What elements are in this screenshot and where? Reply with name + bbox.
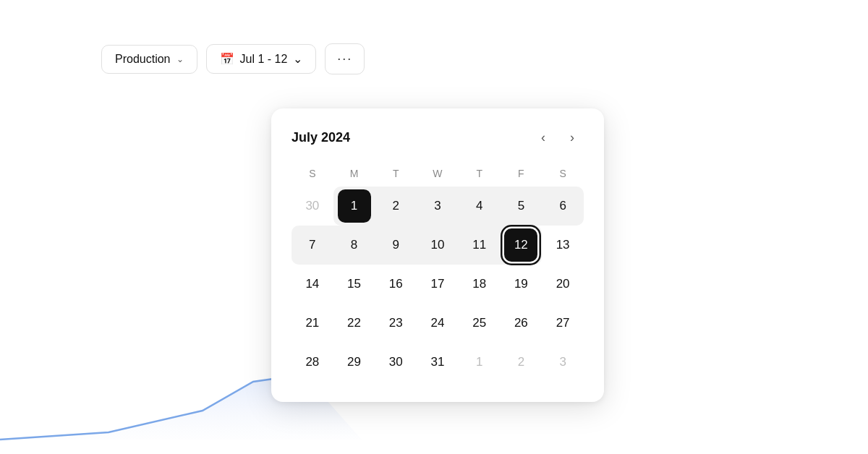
day-aug1[interactable]: 1 <box>463 346 496 379</box>
day-3[interactable]: 3 <box>421 189 454 223</box>
day-11[interactable]: 11 <box>463 228 496 262</box>
calendar-cell-aug1: 1 <box>459 343 501 382</box>
calendar-cell-12: 12 <box>501 226 542 265</box>
date-range-picker[interactable]: 📅 Jul 1 - 12 ⌄ <box>206 44 317 74</box>
month-label: July 2024 <box>292 130 350 145</box>
calendar-week-2: 7 8 9 10 11 12 13 <box>292 226 584 265</box>
calendar-cell-25: 25 <box>459 304 501 343</box>
day-10[interactable]: 10 <box>421 228 454 262</box>
day-1[interactable]: 1 <box>338 189 371 223</box>
calendar-cell-18: 18 <box>459 265 501 304</box>
day-5[interactable]: 5 <box>504 189 537 223</box>
day-29[interactable]: 29 <box>338 346 371 379</box>
day-30[interactable]: 30 <box>379 346 412 379</box>
day-12[interactable]: 12 <box>504 228 537 262</box>
calendar-cell-24: 24 <box>417 304 459 343</box>
calendar-cell-4: 4 <box>459 187 501 226</box>
calendar-cell-7: 7 <box>292 226 333 265</box>
calendar-week-3: 14 15 16 17 18 19 20 <box>292 265 584 304</box>
calendar-cell-22: 22 <box>333 304 375 343</box>
day-27[interactable]: 27 <box>546 307 579 340</box>
day-15[interactable]: 15 <box>338 267 371 301</box>
day-header-mon: M <box>333 163 375 187</box>
calendar-icon: 📅 <box>220 52 234 66</box>
more-icon: ··· <box>337 51 352 67</box>
day-24[interactable]: 24 <box>421 307 454 340</box>
day-25[interactable]: 25 <box>463 307 496 340</box>
calendar-week-4: 21 22 23 24 25 26 27 <box>292 304 584 343</box>
day-headers-row: S M T W T F S <box>292 163 584 187</box>
day-aug3[interactable]: 3 <box>546 346 579 379</box>
environment-label: Production <box>115 53 171 66</box>
day-31[interactable]: 31 <box>421 346 454 379</box>
calendar-dropdown: July 2024 ‹ › S M T W T F S 30 <box>271 108 604 402</box>
calendar-cell-8: 8 <box>333 226 375 265</box>
calendar-cell-10: 10 <box>417 226 459 265</box>
day-17[interactable]: 17 <box>421 267 454 301</box>
calendar-cell-5: 5 <box>501 187 542 226</box>
calendar-cell-14: 14 <box>292 265 333 304</box>
calendar-cell-31: 31 <box>417 343 459 382</box>
calendar-cell-aug3: 3 <box>542 343 584 382</box>
calendar-cell-21: 21 <box>292 304 333 343</box>
next-month-button[interactable]: › <box>561 126 584 149</box>
day-header-thu: T <box>459 163 501 187</box>
calendar-cell-16: 16 <box>375 265 417 304</box>
calendar-grid: S M T W T F S 30 1 2 <box>292 163 584 382</box>
calendar-cell-2: 2 <box>375 187 417 226</box>
calendar-navigation: ‹ › <box>532 126 584 149</box>
chevron-down-icon-date: ⌄ <box>293 52 302 66</box>
day-19[interactable]: 19 <box>504 267 537 301</box>
day-8[interactable]: 8 <box>338 228 371 262</box>
calendar-cell-29: 29 <box>333 343 375 382</box>
calendar-cell-3: 3 <box>417 187 459 226</box>
prev-month-button[interactable]: ‹ <box>532 126 555 149</box>
calendar-cell-26: 26 <box>501 304 542 343</box>
calendar-cell-17: 17 <box>417 265 459 304</box>
date-range-label: Jul 1 - 12 <box>240 53 288 66</box>
calendar-cell-jun30: 30 <box>292 187 333 226</box>
day-header-wed: W <box>417 163 459 187</box>
calendar-cell-9: 9 <box>375 226 417 265</box>
calendar-cell-19: 19 <box>501 265 542 304</box>
day-4[interactable]: 4 <box>463 189 496 223</box>
day-7[interactable]: 7 <box>296 228 329 262</box>
day-13[interactable]: 13 <box>546 228 579 262</box>
day-23[interactable]: 23 <box>379 307 412 340</box>
day-14[interactable]: 14 <box>296 267 329 301</box>
calendar-cell-11: 11 <box>459 226 501 265</box>
day-header-fri: F <box>501 163 542 187</box>
day-22[interactable]: 22 <box>338 307 371 340</box>
day-20[interactable]: 20 <box>546 267 579 301</box>
calendar-cell-23: 23 <box>375 304 417 343</box>
day-18[interactable]: 18 <box>463 267 496 301</box>
chevron-down-icon: ⌄ <box>176 54 184 64</box>
day-header-tue: T <box>375 163 417 187</box>
calendar-cell-28: 28 <box>292 343 333 382</box>
day-header-sat: S <box>542 163 584 187</box>
day-28[interactable]: 28 <box>296 346 329 379</box>
day-21[interactable]: 21 <box>296 307 329 340</box>
day-2[interactable]: 2 <box>379 189 412 223</box>
calendar-cell-6: 6 <box>542 187 584 226</box>
calendar-week-5: 28 29 30 31 1 2 3 <box>292 343 584 382</box>
day-header-sun: S <box>292 163 333 187</box>
day-16[interactable]: 16 <box>379 267 412 301</box>
calendar-cell-27: 27 <box>542 304 584 343</box>
calendar-cell-aug2: 2 <box>501 343 542 382</box>
day-26[interactable]: 26 <box>504 307 537 340</box>
calendar-cell-1: 1 <box>333 187 375 226</box>
environment-dropdown[interactable]: Production ⌄ <box>101 45 197 74</box>
calendar-cell-20: 20 <box>542 265 584 304</box>
calendar-header: July 2024 ‹ › <box>292 126 584 149</box>
day-jun30[interactable]: 30 <box>296 189 329 223</box>
day-6[interactable]: 6 <box>546 189 579 223</box>
more-options-button[interactable]: ··· <box>325 43 365 74</box>
calendar-cell-30: 30 <box>375 343 417 382</box>
day-9[interactable]: 9 <box>379 228 412 262</box>
calendar-cell-13: 13 <box>542 226 584 265</box>
calendar-week-1: 30 1 2 3 4 5 6 <box>292 187 584 226</box>
day-aug2[interactable]: 2 <box>504 346 537 379</box>
toolbar: Production ⌄ 📅 Jul 1 - 12 ⌄ ··· <box>101 43 365 74</box>
calendar-cell-15: 15 <box>333 265 375 304</box>
